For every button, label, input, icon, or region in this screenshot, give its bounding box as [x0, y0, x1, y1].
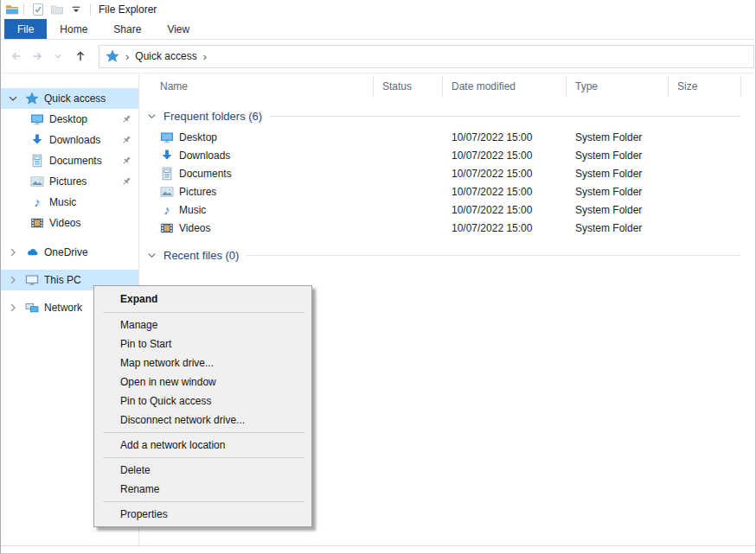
date-modified: 10/07/2022 15:00 — [452, 131, 532, 143]
pin-icon — [120, 134, 132, 146]
expand-chevron-right-icon[interactable] — [7, 274, 19, 286]
group-header-recent-files-0-[interactable]: Recent files (0) — [139, 245, 755, 265]
file-type: System Folder — [575, 150, 642, 162]
menu-item-add-a-network-location[interactable]: Add a network location — [94, 436, 311, 455]
videos-icon — [30, 216, 44, 230]
pin-icon — [120, 113, 132, 125]
column-header-size[interactable]: Size — [669, 76, 741, 97]
file-row-videos[interactable]: Videos10/07/2022 15:00System Folder — [139, 219, 755, 237]
pin-icon — [120, 175, 132, 188]
sidebar-item-label: Documents — [49, 155, 102, 167]
sidebar-item-music[interactable]: ♪Music — [1, 192, 138, 213]
address-bar[interactable]: › Quick access › — [99, 45, 754, 68]
file-row-desktop[interactable]: Desktop10/07/2022 15:00System Folder — [139, 128, 755, 146]
pin-icon — [120, 155, 132, 167]
pictures-icon — [30, 175, 44, 188]
breadcrumb-segment[interactable]: Quick access — [135, 50, 196, 62]
expand-chevron-down-icon[interactable] — [7, 92, 19, 105]
menu-separator — [103, 457, 304, 458]
tab-file[interactable]: File — [4, 19, 47, 39]
sidebar-item-onedrive[interactable]: OneDrive — [1, 242, 138, 263]
thispc-icon — [25, 273, 39, 287]
tab-share[interactable]: Share — [100, 19, 154, 39]
column-header-type[interactable]: Type — [567, 76, 669, 97]
file-name: Documents — [179, 168, 232, 180]
menu-item-map-network-drive[interactable]: Map network drive... — [94, 353, 311, 373]
menu-separator — [103, 432, 304, 433]
breadcrumb-chevron[interactable]: › — [119, 50, 135, 63]
file-row-downloads[interactable]: Downloads10/07/2022 15:00System Folder — [139, 146, 755, 164]
date-modified: 10/07/2022 15:00 — [452, 222, 532, 234]
file-name: Pictures — [179, 186, 216, 198]
breadcrumb-chevron[interactable]: › — [197, 50, 213, 63]
title-bar: File Explorer — [1, 0, 755, 19]
expand-chevron-right-icon[interactable] — [7, 246, 19, 258]
file-type: System Folder — [575, 204, 642, 216]
sidebar-item-label: Pictures — [49, 175, 86, 188]
window-title: File Explorer — [99, 3, 157, 16]
expand-chevron-right-icon[interactable] — [7, 302, 19, 314]
menu-item-manage[interactable]: Manage — [94, 315, 311, 334]
group-collapse-chevron-icon[interactable] — [146, 250, 157, 261]
sidebar-item-label: Music — [49, 196, 76, 208]
documents-icon — [160, 167, 174, 181]
group-header-frequent-folders-6-[interactable]: Frequent folders (6) — [139, 105, 755, 126]
tab-view[interactable]: View — [154, 19, 202, 39]
file-type: System Folder — [575, 222, 642, 234]
quick-access-star-icon — [25, 92, 39, 105]
menu-item-pin-to-quick-access[interactable]: Pin to Quick access — [94, 392, 311, 411]
file-name: Videos — [179, 222, 210, 234]
date-modified: 10/07/2022 15:00 — [452, 150, 532, 162]
sidebar-item-label: Quick access — [44, 92, 106, 105]
sidebar-item-label: OneDrive — [44, 246, 88, 258]
menu-item-expand[interactable]: Expand — [94, 289, 311, 309]
network-icon — [25, 301, 39, 315]
forward-button[interactable] — [27, 46, 48, 67]
column-header-date-modified[interactable]: Date modified — [443, 76, 567, 97]
up-button[interactable] — [70, 46, 91, 67]
tab-home[interactable]: Home — [47, 19, 100, 39]
sidebar-item-videos[interactable]: Videos — [1, 213, 138, 233]
menu-item-open-in-new-window[interactable]: Open in new window — [94, 373, 311, 392]
sidebar-item-label: This PC — [44, 274, 81, 286]
menu-item-disconnect-network-drive[interactable]: Disconnect network drive... — [94, 411, 311, 430]
videos-icon — [160, 221, 174, 235]
group-collapse-chevron-icon[interactable] — [146, 111, 157, 122]
file-row-documents[interactable]: Documents10/07/2022 15:00System Folder — [139, 164, 755, 182]
file-row-music[interactable]: ♪Music10/07/2022 15:00System Folder — [139, 201, 755, 219]
menu-item-pin-to-start[interactable]: Pin to Start — [94, 334, 311, 353]
column-headers: NameStatusDate modifiedTypeSize — [147, 76, 741, 97]
sidebar-item-label: Desktop — [49, 113, 87, 125]
qat-separator — [90, 3, 91, 16]
documents-icon — [30, 154, 44, 168]
column-header-status[interactable]: Status — [374, 76, 443, 97]
quick-access-star-icon — [106, 49, 119, 63]
date-modified: 10/07/2022 15:00 — [452, 168, 532, 180]
back-button[interactable] — [6, 46, 27, 67]
properties-button[interactable] — [29, 2, 48, 17]
new-folder-button[interactable] — [48, 2, 67, 17]
file-name: Downloads — [179, 150, 230, 162]
group-header-label: Recent files (0) — [163, 249, 239, 262]
explorer-logo-icon[interactable] — [5, 3, 19, 16]
menu-item-delete[interactable]: Delete — [94, 461, 311, 480]
menu-item-properties[interactable]: Properties — [94, 505, 311, 524]
sidebar-item-desktop[interactable]: Desktop — [1, 109, 138, 130]
file-type: System Folder — [575, 168, 642, 180]
column-header-name[interactable]: Name — [147, 76, 374, 97]
qat-separator — [23, 3, 24, 16]
file-type: System Folder — [575, 131, 642, 143]
sidebar-item-documents[interactable]: Documents — [1, 150, 138, 171]
sidebar-item-label: Downloads — [49, 134, 100, 146]
recent-locations-button[interactable] — [48, 46, 68, 67]
group-header-rule — [270, 116, 740, 117]
navigation-bar: › Quick access › — [1, 40, 755, 73]
menu-item-rename[interactable]: Rename — [94, 480, 311, 499]
music-icon: ♪ — [30, 195, 44, 209]
sidebar-item-quick-access[interactable]: Quick access — [1, 88, 138, 109]
sidebar-item-pictures[interactable]: Pictures — [1, 171, 138, 192]
file-row-pictures[interactable]: Pictures10/07/2022 15:00System Folder — [139, 182, 755, 201]
customize-qat-button[interactable] — [67, 2, 86, 17]
menu-separator — [103, 312, 304, 313]
sidebar-item-downloads[interactable]: Downloads — [1, 130, 138, 150]
